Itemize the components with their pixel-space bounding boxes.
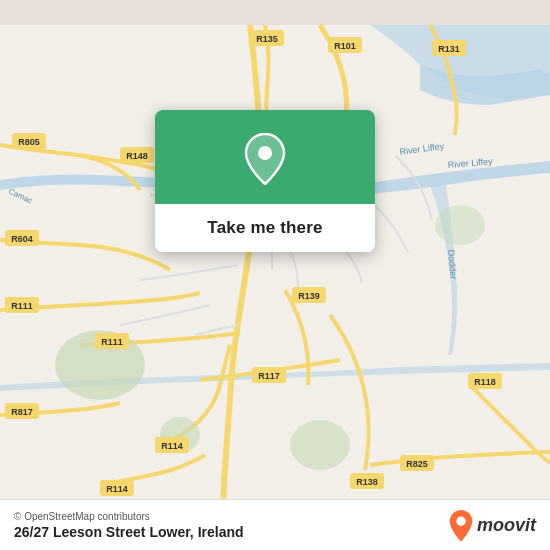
card-green-section [155,110,375,204]
svg-text:R114: R114 [161,441,183,451]
moovit-brand-text: moovit [477,515,536,536]
osm-attribution: © OpenStreetMap contributors [14,511,244,522]
take-me-there-button[interactable]: Take me there [155,204,375,252]
svg-text:R118: R118 [474,377,496,387]
svg-text:R117: R117 [258,371,280,381]
svg-text:R138: R138 [356,477,378,487]
svg-text:R817: R817 [11,407,33,417]
svg-text:R114: R114 [106,484,128,494]
bottom-left-info: © OpenStreetMap contributors 26/27 Leeso… [14,511,244,540]
location-card: Take me there [155,110,375,252]
svg-text:R135: R135 [256,34,278,44]
moovit-pin-icon [448,509,474,541]
svg-point-3 [435,205,485,245]
svg-text:R111: R111 [101,337,123,347]
bottom-bar: © OpenStreetMap contributors 26/27 Leeso… [0,499,550,550]
location-name: 26/27 Leeson Street Lower, Ireland [14,524,244,540]
svg-text:R604: R604 [11,234,33,244]
svg-point-43 [456,517,465,526]
svg-text:R101: R101 [334,41,356,51]
svg-point-2 [290,420,350,470]
svg-text:R805: R805 [18,137,40,147]
svg-text:R825: R825 [406,459,428,469]
map-container: R101 R131 R135 R805 R148 R604 R111 R111 … [0,0,550,550]
svg-text:R131: R131 [438,44,460,54]
map-pin-icon [238,132,292,186]
svg-text:R139: R139 [298,291,320,301]
moovit-logo: moovit [448,509,536,541]
map-background: R101 R131 R135 R805 R148 R604 R111 R111 … [0,0,550,550]
svg-text:R111: R111 [11,301,33,311]
svg-point-42 [258,146,272,160]
svg-text:R148: R148 [126,151,148,161]
